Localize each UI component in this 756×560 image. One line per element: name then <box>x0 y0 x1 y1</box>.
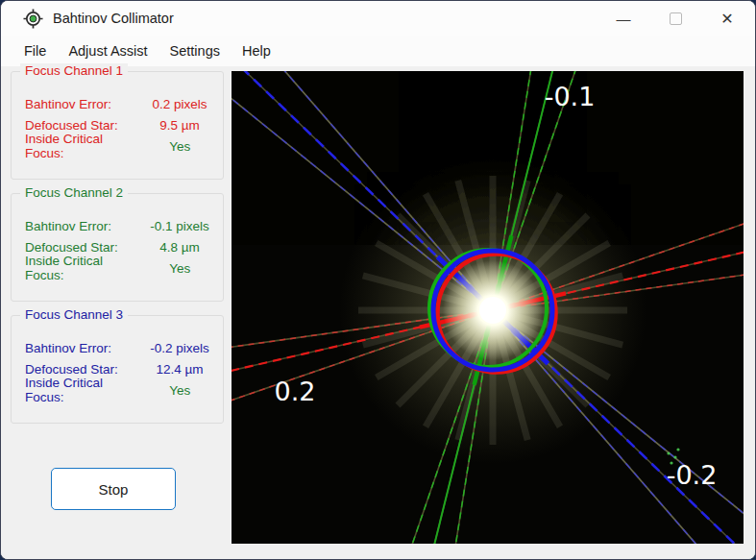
error-label-green: -0.1 <box>545 82 596 111</box>
maximize-icon <box>670 12 682 25</box>
window-title: Bahtinov Collimator <box>53 11 174 26</box>
menu-settings[interactable]: Settings <box>159 39 231 62</box>
panel-title: Focus Channel 1 <box>20 63 128 78</box>
row-label: Inside Critical Focus: <box>25 376 144 404</box>
row-value: 9.5 µm <box>144 118 215 133</box>
row-value: 12.4 µm <box>144 362 215 377</box>
focus-channel-2-panel: Focus Channel 2 Bahtinov Error: -0.1 pix… <box>11 193 224 302</box>
menu-help[interactable]: Help <box>232 39 281 62</box>
row-label: Bahtinov Error: <box>25 97 111 111</box>
app-window: Bahtinov Collimator — ✕ File Adjust Assi… <box>0 0 756 560</box>
row-label: Defocused Star: <box>25 118 118 133</box>
menu-file[interactable]: File <box>13 39 57 62</box>
bahtinov-pattern: -0.1 0.2 -0.2 <box>232 71 744 544</box>
bahtinov-error-row: Bahtinov Error: 0.2 pixels <box>12 93 223 114</box>
inside-critical-focus-row: Inside Critical Focus: Yes <box>12 379 223 401</box>
star-core <box>479 297 506 324</box>
row-value: 0.2 pixels <box>144 97 215 111</box>
title-bar: Bahtinov Collimator — ✕ <box>1 1 755 36</box>
client-area: Focus Channel 1 Bahtinov Error: 0.2 pixe… <box>1 66 755 559</box>
row-value: -0.2 pixels <box>144 341 215 355</box>
focus-channel-3-panel: Focus Channel 3 Bahtinov Error: -0.2 pix… <box>11 315 224 424</box>
row-value: 4.8 µm <box>144 240 215 255</box>
row-label: Defocused Star: <box>25 362 118 377</box>
bahtinov-error-row: Bahtinov Error: -0.2 pixels <box>12 337 223 358</box>
panel-title: Focus Channel 2 <box>20 185 128 200</box>
collimator-app-icon <box>23 9 43 29</box>
maximize-button[interactable] <box>653 1 697 36</box>
minimize-button[interactable]: — <box>601 1 646 36</box>
row-value: Yes <box>144 383 215 398</box>
row-value: Yes <box>144 139 215 154</box>
row-label: Defocused Star: <box>25 240 118 255</box>
inside-critical-focus-row: Inside Critical Focus: Yes <box>12 257 223 279</box>
row-label: Bahtinov Error: <box>25 219 111 233</box>
menu-bar: File Adjust Assist Settings Help <box>1 36 755 66</box>
row-value: -0.1 pixels <box>144 219 215 233</box>
close-button[interactable]: ✕ <box>705 1 749 36</box>
menu-adjust-assist[interactable]: Adjust Assist <box>58 39 158 62</box>
bahtinov-error-row: Bahtinov Error: -0.1 pixels <box>12 215 223 236</box>
focus-channel-1-panel: Focus Channel 1 Bahtinov Error: 0.2 pixe… <box>11 71 224 180</box>
row-label: Inside Critical Focus: <box>25 254 144 282</box>
row-value: Yes <box>144 261 215 276</box>
star-image-view: -0.1 0.2 -0.2 <box>232 71 744 544</box>
stop-button[interactable]: Stop <box>51 468 176 510</box>
error-label-blue: -0.2 <box>667 460 718 490</box>
row-label: Bahtinov Error: <box>25 341 111 355</box>
row-label: Inside Critical Focus: <box>25 132 144 160</box>
panel-title: Focus Channel 3 <box>20 307 128 322</box>
error-label-red: 0.2 <box>275 377 316 406</box>
inside-critical-focus-row: Inside Critical Focus: Yes <box>12 135 223 157</box>
